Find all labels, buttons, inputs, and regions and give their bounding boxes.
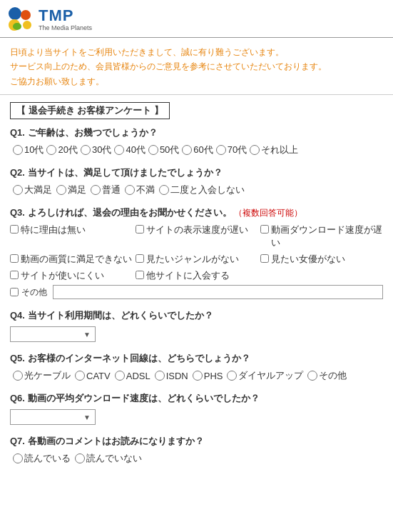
q2-radio-5[interactable] — [159, 185, 169, 195]
q5-option-adsl[interactable]: ADSL — [115, 371, 150, 381]
q3-check-sonota[interactable] — [10, 288, 19, 296]
question-3: Q3. よろしければ、退会の理由をお聞かせください。 （複数回答可能） 特に理由… — [10, 206, 383, 299]
q5-radio-4[interactable] — [155, 371, 165, 381]
question-4: Q4. 当サイト利用期間は、どれくらいでしたか？ 1ヶ月未満 1〜3ヶ月 3〜6… — [10, 309, 383, 342]
q3-option-4[interactable]: 動画の画質に満足できない — [10, 253, 133, 266]
q1-radio-70[interactable] — [216, 145, 226, 155]
q2-option-futsu[interactable]: 普通 — [91, 184, 121, 196]
q3-option-1[interactable]: 特に理由は無い — [10, 224, 133, 249]
q5-label: Q5. お客様のインターネット回線は、どちらでしょうか？ — [10, 352, 383, 365]
question-1: Q1. ご年齢は、お幾つでしょうか？ 10代 20代 30代 40代 50代 — [10, 126, 383, 156]
q2-label: Q2. 当サイトは、満足して頂けましたでしょうか？ — [10, 166, 383, 179]
question-7: Q7. 各動画のコメントはお読みになりますか？ 読んでいる 読んでいない — [10, 435, 383, 465]
logo-text: TMP The Media Planets — [39, 8, 92, 31]
q2-radio-3[interactable] — [91, 185, 101, 195]
q5-option-catv[interactable]: CATV — [75, 371, 111, 381]
q3-check-8[interactable] — [136, 271, 144, 279]
svg-point-4 — [23, 21, 31, 29]
svg-point-2 — [13, 23, 21, 30]
q1-option-70[interactable]: 70代 — [216, 144, 247, 156]
q1-option-50[interactable]: 50代 — [148, 144, 179, 156]
q3-checkbox-grid: 特に理由は無い サイトの表示速度が遅い 動画ダウンロード速度が遅い 動画の画質に… — [10, 224, 383, 282]
logo-tmp-text: TMP — [39, 8, 92, 24]
q5-option-hikari[interactable]: 光ケーブル — [13, 369, 71, 382]
q4-label: Q4. 当サイト利用期間は、どれくらいでしたか？ — [10, 309, 383, 322]
q6-select-wrap[interactable]: 1Mbps未満 1〜5Mbps 5〜10Mbps 10〜30Mbps 30Mbp… — [10, 409, 96, 425]
q3-option-2[interactable]: サイトの表示速度が遅い — [136, 224, 258, 249]
logo-icon — [7, 6, 34, 33]
q3-check-2[interactable] — [136, 225, 144, 234]
survey-title: 【 退会手続き お客様アンケート 】 — [10, 102, 170, 119]
survey-content: 【 退会手続き お客様アンケート 】 Q1. ご年齢は、お幾つでしょうか？ 10… — [0, 95, 393, 482]
q5-radio-group: 光ケーブル CATV ADSL ISDN PHS ダイヤルアップ — [10, 369, 383, 382]
q1-radio-more[interactable] — [250, 145, 260, 155]
q5-option-phs[interactable]: PHS — [193, 371, 223, 381]
q1-label: Q1. ご年齢は、お幾つでしょうか？ — [10, 126, 383, 139]
q2-radio-2[interactable] — [56, 185, 66, 195]
q1-option-more[interactable]: それ以上 — [250, 144, 298, 156]
intro-line1: 日頃より当サイトをご利用いただきまして、誠に有り難うございます。 — [10, 45, 383, 59]
q2-option-nidoto[interactable]: 二度と入会しない — [159, 184, 245, 196]
q1-radio-10[interactable] — [13, 145, 23, 155]
q7-label: Q7. 各動画のコメントはお読みになりますか？ — [10, 435, 383, 448]
svg-point-0 — [9, 7, 21, 20]
q7-option-yondeiru[interactable]: 読んでいる — [13, 452, 71, 465]
q3-check-7[interactable] — [10, 271, 19, 279]
q3-check-1[interactable] — [10, 225, 19, 234]
q3-option-3[interactable]: 動画ダウンロード速度が遅い — [260, 224, 383, 249]
q5-radio-6[interactable] — [227, 371, 237, 381]
q3-check-3[interactable] — [260, 225, 269, 234]
q4-select[interactable]: 1ヶ月未満 1〜3ヶ月 3〜6ヶ月 6ヶ月〜1年 1年以上 — [11, 327, 95, 341]
q5-radio-1[interactable] — [13, 371, 23, 381]
q3-sonota-input[interactable] — [53, 285, 383, 299]
q5-radio-2[interactable] — [75, 371, 85, 381]
q2-option-manzo[interactable]: 満足 — [56, 184, 86, 196]
question-2: Q2. 当サイトは、満足して頂けましたでしょうか？ 大満足 満足 普通 不満 二… — [10, 166, 383, 196]
q5-option-dialup[interactable]: ダイヤルアップ — [227, 369, 303, 382]
intro-line2: サービス向上のため、会員皆様からのご意見を参考にさせていただいております。 — [10, 59, 383, 74]
q6-select[interactable]: 1Mbps未満 1〜5Mbps 5〜10Mbps 10〜30Mbps 30Mbp… — [11, 410, 95, 424]
q1-option-60[interactable]: 60代 — [182, 144, 213, 156]
q3-check-5[interactable] — [136, 254, 144, 263]
q5-radio-3[interactable] — [115, 371, 125, 381]
intro-section: 日頃より当サイトをご利用いただきまして、誠に有り難うございます。 サービス向上の… — [0, 38, 393, 95]
q3-option-7[interactable]: サイトが使いにくい — [10, 269, 133, 282]
svg-point-3 — [21, 10, 31, 20]
q1-option-10[interactable]: 10代 — [13, 144, 44, 156]
q1-radio-20[interactable] — [46, 145, 56, 155]
q4-select-wrap[interactable]: 1ヶ月未満 1〜3ヶ月 3〜6ヶ月 6ヶ月〜1年 1年以上 ▼ — [10, 326, 96, 342]
q3-check-4[interactable] — [10, 254, 19, 263]
q7-radio-1[interactable] — [13, 453, 23, 463]
q6-label: Q6. 動画の平均ダウンロード速度は、どれくらいでしたか？ — [10, 392, 383, 405]
q1-radio-group: 10代 20代 30代 40代 50代 60代 — [10, 144, 383, 156]
q5-radio-7[interactable] — [307, 371, 317, 381]
q3-option-8[interactable]: 他サイトに入会する — [136, 269, 258, 282]
q2-option-daimanzo[interactable]: 大満足 — [13, 184, 52, 196]
logo-sub-text: The Media Planets — [39, 24, 92, 31]
q7-radio-2[interactable] — [75, 453, 85, 463]
q1-option-30[interactable]: 30代 — [81, 144, 111, 156]
q1-radio-40[interactable] — [114, 145, 124, 155]
q5-radio-5[interactable] — [193, 371, 203, 381]
q2-radio-4[interactable] — [125, 185, 135, 195]
q1-radio-30[interactable] — [81, 145, 91, 155]
q3-sonota-row: その他 — [10, 285, 383, 299]
q2-option-fuman[interactable]: 不満 — [125, 184, 155, 196]
q7-option-yondeinai[interactable]: 読んでいない — [75, 452, 142, 465]
question-5: Q5. お客様のインターネット回線は、どちらでしょうか？ 光ケーブル CATV … — [10, 352, 383, 382]
intro-line3: ご協力お願い致します。 — [10, 74, 383, 89]
q5-option-sonota[interactable]: その他 — [307, 369, 347, 382]
q1-option-40[interactable]: 40代 — [114, 144, 145, 156]
q2-radio-1[interactable] — [13, 185, 23, 195]
q1-radio-60[interactable] — [182, 145, 192, 155]
header: TMP The Media Planets — [0, 0, 393, 38]
q1-radio-50[interactable] — [148, 145, 158, 155]
q5-option-isdn[interactable]: ISDN — [155, 371, 188, 381]
q3-option-5[interactable]: 見たいジャンルがない — [136, 253, 258, 266]
q3-label: Q3. よろしければ、退会の理由をお聞かせください。 （複数回答可能） — [10, 206, 383, 219]
q3-check-6[interactable] — [260, 254, 269, 263]
q3-option-6[interactable]: 見たい女優がない — [260, 253, 383, 266]
q3-sonota-label: その他 — [21, 286, 47, 298]
q1-option-20[interactable]: 20代 — [46, 144, 77, 156]
question-6: Q6. 動画の平均ダウンロード速度は、どれくらいでしたか？ 1Mbps未満 1〜… — [10, 392, 383, 425]
